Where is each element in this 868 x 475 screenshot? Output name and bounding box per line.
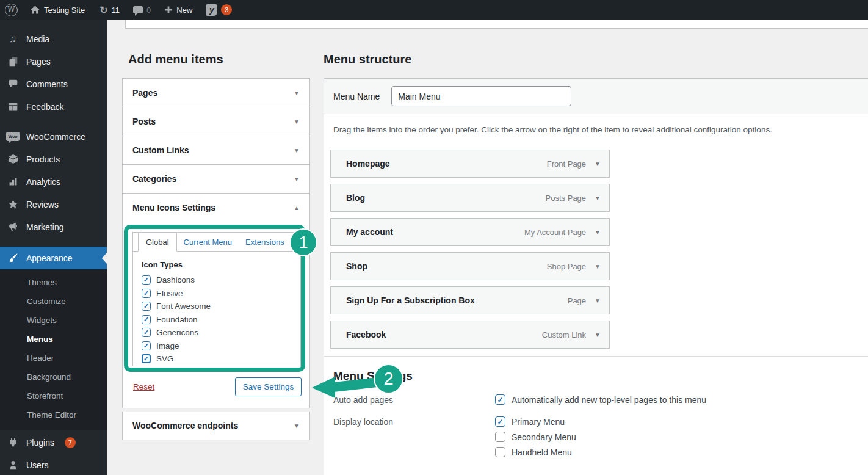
checkbox-label: Automatically add new top-level pages to… <box>512 395 706 405</box>
home-icon <box>30 5 40 15</box>
menu-icons-tabbox: Global Current Menu Extensions Icon Type… <box>132 232 301 366</box>
menu-item-my-account[interactable]: My account My Account Page▼ <box>330 218 610 246</box>
save-settings-button[interactable]: Save Settings <box>235 377 302 396</box>
media-icon: ♫ <box>6 33 20 45</box>
menu-item-homepage[interactable]: Homepage Front Page▼ <box>330 150 610 178</box>
location-handheld-menu: Handheld Menu <box>495 447 576 457</box>
auto-add-pages-row: Auto add pages ✓ Automatically add new t… <box>333 394 868 405</box>
submenu-background[interactable]: Background <box>0 368 107 386</box>
wordpress-logo-icon[interactable]: W <box>5 4 18 16</box>
chevron-down-icon[interactable]: ▼ <box>595 263 601 270</box>
menu-item-type: Front Page <box>547 159 586 169</box>
handheld-menu-checkbox[interactable] <box>495 447 505 457</box>
menu-structure-instructions: Drag the items into the order you prefer… <box>324 114 868 145</box>
annotation-step-2-badge: 2 <box>374 364 403 394</box>
menu-settings-heading: Menu Settings <box>333 369 868 383</box>
image-checkbox[interactable]: ✓ <box>142 341 151 350</box>
update-count: 11 <box>112 5 120 15</box>
sidebar-item-media[interactable]: ♫ Media <box>0 27 107 50</box>
menu-name-input[interactable] <box>391 86 571 106</box>
menu-item-shop[interactable]: Shop Shop Page▼ <box>330 252 610 280</box>
menu-icons-settings-header[interactable]: Menu Icons Settings ▲ <box>123 194 309 222</box>
menu-item-label: Homepage <box>346 159 390 169</box>
submenu-theme-editor[interactable]: Theme Editor <box>0 405 107 424</box>
chevron-down-icon[interactable]: ▼ <box>595 195 601 201</box>
checkbox-label: Foundation <box>156 315 198 324</box>
chevron-down-icon[interactable]: ▼ <box>595 332 601 338</box>
menu-item-signup[interactable]: Sign Up For a Subscription Box Page▼ <box>330 286 610 314</box>
auto-add-option: ✓ Automatically add new top-level pages … <box>495 394 706 405</box>
tab-global[interactable]: Global <box>138 233 177 252</box>
menu-name-label: Menu Name <box>333 92 380 101</box>
submenu-header[interactable]: Header <box>0 349 107 368</box>
location-primary-menu: ✓ Primary Menu <box>495 416 576 427</box>
accordion-categories-header[interactable]: Categories ▼ <box>123 165 309 193</box>
elusive-checkbox[interactable]: ✓ <box>142 289 151 298</box>
location-secondary-menu: Secondary Menu <box>495 432 576 442</box>
auto-add-checkbox[interactable]: ✓ <box>495 394 505 405</box>
admin-bar-new[interactable]: New <box>161 0 196 20</box>
menu-item-blog[interactable]: Blog Posts Page▼ <box>330 184 610 212</box>
tab-current-menu[interactable]: Current Menu <box>177 233 239 251</box>
appearance-submenu: Themes Customize Widgets Menus Header Ba… <box>0 269 107 430</box>
sidebar-item-appearance[interactable]: Appearance <box>0 247 107 269</box>
checkbox-label: Dashicons <box>156 275 195 285</box>
menu-name-bar: Menu Name <box>324 79 868 114</box>
chevron-down-icon: ▼ <box>294 422 300 429</box>
sidebar-item-marketing[interactable]: Marketing <box>0 216 107 238</box>
menu-item-type: My Account Page <box>524 228 586 237</box>
sidebar-item-comments[interactable]: Comments <box>0 73 107 95</box>
secondary-menu-checkbox[interactable] <box>495 432 505 442</box>
tab-extensions[interactable]: Extensions <box>239 233 291 251</box>
genericons-checkbox[interactable]: ✓ <box>142 328 151 337</box>
font-awesome-checkbox[interactable]: ✓ <box>142 302 151 311</box>
admin-bar-site-link[interactable]: Testing Site <box>26 0 89 20</box>
sidebar-label: Products <box>26 154 60 164</box>
chevron-down-icon[interactable]: ▼ <box>595 161 601 167</box>
sidebar-item-analytics[interactable]: Analytics <box>0 170 107 193</box>
sidebar-item-woocommerce[interactable]: Woo WooCommerce <box>0 125 107 148</box>
chevron-up-icon: ▲ <box>294 205 300 211</box>
accordion-pages: Pages ▼ <box>122 78 310 107</box>
submenu-customize[interactable]: Customize <box>0 292 107 311</box>
chevron-down-icon[interactable]: ▼ <box>595 297 601 304</box>
admin-bar: W Testing Site ↻ 11 0 New y 3 <box>0 0 868 20</box>
icon-types-content: Icon Types ✓ Dashicons ✓ Elusive ✓ Font … <box>133 252 300 366</box>
dashicons-checkbox[interactable]: ✓ <box>142 275 151 285</box>
accordion-custom-links-header[interactable]: Custom Links ▼ <box>123 136 309 164</box>
admin-bar-comments[interactable]: 0 <box>129 0 154 20</box>
svg-checkbox[interactable]: ✓ <box>142 354 151 363</box>
display-location-label: Display location <box>333 416 495 457</box>
megaphone-icon <box>6 222 20 232</box>
sidebar-item-reviews[interactable]: Reviews <box>0 193 107 216</box>
reset-link[interactable]: Reset <box>133 382 154 391</box>
icon-type-font-awesome: ✓ Font Awesome <box>142 300 292 313</box>
yoast-icon: y <box>206 4 217 16</box>
submenu-widgets[interactable]: Widgets <box>0 311 107 330</box>
menu-item-facebook[interactable]: Facebook Custom Link▼ <box>330 321 610 349</box>
checkbox-label: Secondary Menu <box>512 432 576 442</box>
submenu-themes[interactable]: Themes <box>0 273 107 292</box>
checkbox-label: Primary Menu <box>512 417 565 427</box>
submenu-storefront[interactable]: Storefront <box>0 386 107 405</box>
submenu-menus[interactable]: Menus <box>0 330 107 349</box>
sidebar-item-products[interactable]: Products <box>0 148 107 170</box>
accordion-title: Categories <box>132 174 176 184</box>
chevron-down-icon[interactable]: ▼ <box>595 229 601 236</box>
site-name: Testing Site <box>44 5 85 15</box>
sidebar-item-users[interactable]: Users <box>0 454 107 475</box>
admin-bar-updates[interactable]: ↻ 11 <box>96 0 123 20</box>
sidebar-item-plugins[interactable]: Plugins 7 <box>0 431 107 454</box>
sidebar-label: Marketing <box>26 222 63 232</box>
woocommerce-endpoints-header[interactable]: WooCommerce endpoints ▼ <box>123 412 309 440</box>
admin-bar-yoast[interactable]: y 3 <box>202 0 236 20</box>
foundation-checkbox[interactable]: ✓ <box>142 315 151 324</box>
sidebar-item-feedback[interactable]: Feedback <box>0 95 107 118</box>
primary-menu-checkbox[interactable]: ✓ <box>495 416 505 427</box>
accordion-posts-header[interactable]: Posts ▼ <box>123 107 309 136</box>
accordion-pages-header[interactable]: Pages ▼ <box>123 79 309 107</box>
sidebar-item-pages[interactable]: Pages <box>0 50 107 73</box>
menu-icons-settings-body: Global Current Menu Extensions Icon Type… <box>123 222 309 408</box>
accordion-custom-links: Custom Links ▼ <box>122 136 310 165</box>
scrolled-notice-edge <box>125 20 868 29</box>
